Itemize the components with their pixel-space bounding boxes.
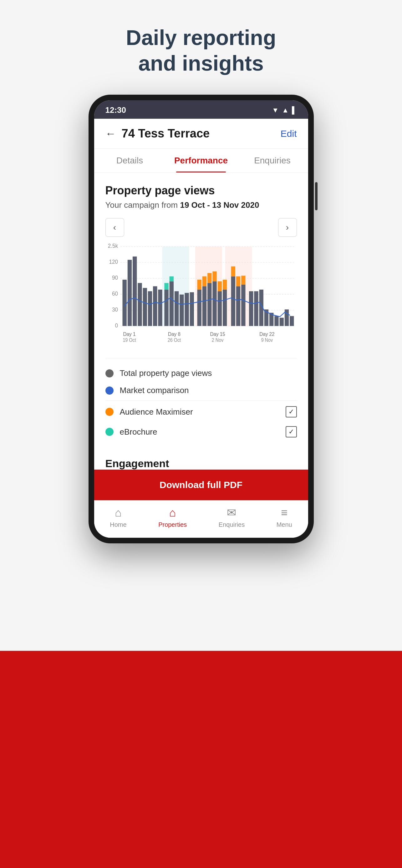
svg-rect-40 bbox=[218, 281, 222, 291]
svg-rect-22 bbox=[158, 290, 162, 326]
phone-side-button bbox=[315, 182, 318, 210]
svg-rect-25 bbox=[169, 281, 173, 326]
properties-icon: ⌂ bbox=[169, 506, 176, 519]
nav-menu-label: Menu bbox=[277, 521, 292, 528]
enquiries-icon: ✉ bbox=[227, 506, 236, 519]
tab-bar: Details Performance Enquiries bbox=[94, 149, 308, 173]
svg-rect-44 bbox=[231, 267, 235, 277]
legend-ebrochure: eBrochure ✓ bbox=[106, 422, 297, 442]
chart-next-button[interactable]: › bbox=[278, 218, 297, 237]
svg-text:60: 60 bbox=[112, 290, 118, 297]
svg-rect-45 bbox=[236, 286, 240, 326]
page-headline: Daily reportingand insights bbox=[126, 25, 276, 76]
svg-rect-29 bbox=[184, 293, 189, 326]
headline-line1: Daily reporting bbox=[126, 26, 276, 50]
svg-rect-46 bbox=[236, 277, 240, 286]
nav-properties[interactable]: ⌂ Properties bbox=[158, 506, 187, 528]
nav-menu[interactable]: ≡ Menu bbox=[277, 506, 292, 528]
legend-dot-ebrochure bbox=[106, 428, 114, 436]
phone-frame: 12:30 ▼ ▲ ▌ ← 74 Tess Terrace Edit Detai… bbox=[89, 95, 314, 544]
svg-text:Day 22: Day 22 bbox=[259, 331, 275, 337]
nav-properties-label: Properties bbox=[158, 521, 187, 528]
legend-dot-market bbox=[106, 386, 114, 395]
svg-rect-18 bbox=[138, 283, 142, 326]
battery-icon: ▌ bbox=[292, 106, 297, 114]
bar-chart-svg: 2.5k 120 90 60 30 0 bbox=[106, 240, 297, 352]
svg-rect-26 bbox=[169, 277, 173, 281]
audience-maximiser-checkbox[interactable]: ✓ bbox=[286, 406, 297, 417]
svg-rect-32 bbox=[197, 280, 201, 290]
engagement-title: Engagement bbox=[106, 458, 297, 470]
svg-rect-39 bbox=[218, 291, 222, 326]
svg-rect-38 bbox=[212, 272, 217, 281]
svg-rect-41 bbox=[223, 290, 227, 326]
nav-enquiries-label: Enquiries bbox=[219, 521, 245, 528]
svg-rect-30 bbox=[190, 292, 194, 326]
chart-area: 2.5k 120 90 60 30 0 bbox=[106, 240, 297, 352]
download-pdf-bar[interactable]: Download full PDF bbox=[94, 470, 308, 500]
tab-details[interactable]: Details bbox=[94, 149, 166, 173]
legend-dot-audience bbox=[106, 408, 114, 416]
legend-audience-maximiser: Audience Maximiser ✓ bbox=[106, 402, 297, 422]
svg-rect-54 bbox=[275, 316, 279, 326]
nav-home-label: Home bbox=[110, 521, 126, 528]
chart-navigation: ‹ › bbox=[106, 218, 297, 237]
svg-rect-49 bbox=[249, 291, 253, 326]
svg-rect-24 bbox=[164, 283, 168, 290]
chart-prev-button[interactable]: ‹ bbox=[106, 218, 124, 237]
status-icons: ▼ ▲ ▌ bbox=[272, 106, 296, 114]
back-button[interactable]: ← bbox=[106, 127, 116, 140]
svg-text:9 Nov: 9 Nov bbox=[261, 337, 273, 343]
svg-rect-42 bbox=[223, 280, 227, 290]
bottom-navigation: ⌂ Home ⌂ Properties ✉ Enquiries ≡ Menu bbox=[94, 500, 308, 538]
signal-icon: ▲ bbox=[282, 106, 289, 114]
svg-rect-50 bbox=[254, 291, 258, 326]
svg-rect-23 bbox=[164, 290, 168, 326]
svg-rect-33 bbox=[202, 286, 206, 326]
svg-text:Day 1: Day 1 bbox=[123, 331, 136, 337]
svg-rect-17 bbox=[133, 256, 137, 326]
svg-rect-43 bbox=[231, 277, 235, 326]
home-icon: ⌂ bbox=[115, 506, 122, 519]
svg-text:19 Oct: 19 Oct bbox=[123, 337, 136, 343]
svg-rect-28 bbox=[179, 294, 184, 326]
svg-rect-57 bbox=[290, 316, 294, 326]
nav-home[interactable]: ⌂ Home bbox=[110, 506, 126, 528]
svg-rect-36 bbox=[207, 273, 211, 283]
campaign-date-text: Your campaign from 19 Oct - 13 Nov 2020 bbox=[106, 200, 297, 210]
svg-text:Day 15: Day 15 bbox=[210, 331, 225, 337]
svg-text:90: 90 bbox=[112, 274, 118, 281]
svg-text:0: 0 bbox=[115, 322, 118, 329]
svg-text:30: 30 bbox=[112, 306, 118, 313]
phone-screen: 12:30 ▼ ▲ ▌ ← 74 Tess Terrace Edit Detai… bbox=[94, 100, 308, 538]
property-title: 74 Tess Terrace bbox=[122, 127, 281, 140]
svg-text:Day 8: Day 8 bbox=[168, 331, 180, 337]
chart-legend: Total property page views Market compari… bbox=[106, 358, 297, 448]
svg-text:120: 120 bbox=[109, 259, 118, 265]
svg-text:26 Oct: 26 Oct bbox=[167, 337, 181, 343]
svg-rect-48 bbox=[241, 276, 245, 285]
svg-text:2.5k: 2.5k bbox=[108, 243, 118, 249]
svg-rect-47 bbox=[241, 285, 245, 326]
status-time: 12:30 bbox=[106, 105, 126, 115]
status-bar: 12:30 ▼ ▲ ▌ bbox=[94, 100, 308, 119]
svg-rect-27 bbox=[174, 291, 178, 326]
app-header: ← 74 Tess Terrace Edit bbox=[94, 119, 308, 149]
engagement-section: Engagement bbox=[94, 448, 308, 470]
menu-icon: ≡ bbox=[281, 506, 287, 519]
svg-rect-37 bbox=[212, 281, 217, 326]
svg-rect-31 bbox=[197, 290, 201, 326]
edit-button[interactable]: Edit bbox=[281, 128, 297, 139]
tab-performance[interactable]: Performance bbox=[166, 149, 237, 173]
nav-enquiries[interactable]: ✉ Enquiries bbox=[219, 506, 245, 528]
download-pdf-label: Download full PDF bbox=[160, 479, 242, 490]
svg-rect-20 bbox=[148, 291, 152, 326]
ebrochure-checkbox[interactable]: ✓ bbox=[286, 426, 297, 437]
performance-content: Property page views Your campaign from 1… bbox=[94, 173, 308, 448]
chart-section-title: Property page views bbox=[106, 184, 297, 197]
legend-divider bbox=[106, 400, 297, 401]
legend-total-views: Total property page views bbox=[106, 365, 297, 382]
tab-enquiries[interactable]: Enquiries bbox=[237, 149, 308, 173]
svg-rect-21 bbox=[153, 286, 157, 326]
headline-line2: and insights bbox=[138, 51, 263, 75]
